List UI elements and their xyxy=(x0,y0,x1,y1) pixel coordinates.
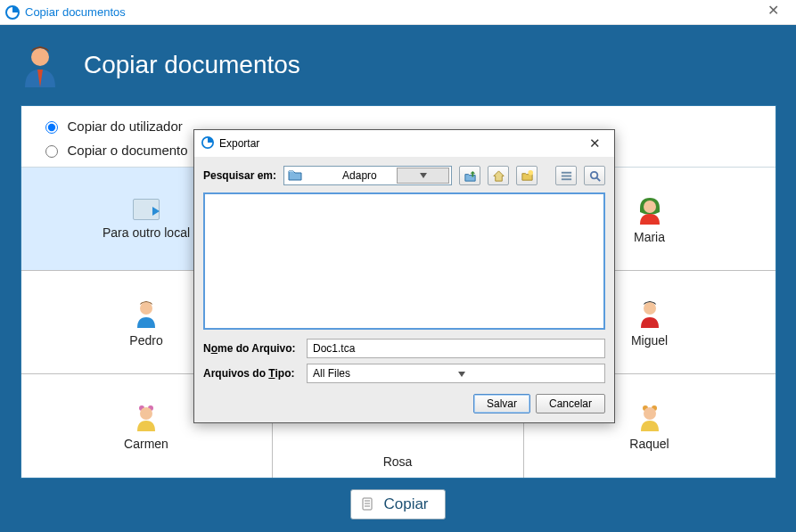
svg-rect-19 xyxy=(561,178,570,180)
svg-point-4 xyxy=(644,302,656,315)
details-view-button[interactable] xyxy=(584,166,605,185)
cell-label: Rosa xyxy=(383,454,413,469)
file-list-area[interactable] xyxy=(203,192,605,330)
up-folder-button[interactable] xyxy=(459,166,480,185)
radio-copy-document-input[interactable] xyxy=(45,145,58,158)
titlebar: Copiar documentos ✕ xyxy=(0,0,796,25)
svg-point-1 xyxy=(31,48,49,66)
app-icon xyxy=(5,5,20,20)
svg-rect-17 xyxy=(561,171,570,173)
export-folder-icon xyxy=(133,199,160,220)
dialog-app-icon xyxy=(201,136,214,151)
radio-copy-document-label: Copiar o documento xyxy=(68,143,188,158)
avatar-icon xyxy=(131,401,161,431)
svg-rect-18 xyxy=(561,175,570,176)
radio-copy-user-label: Copiar do utilizador xyxy=(68,119,183,134)
svg-point-7 xyxy=(140,407,152,420)
copy-button-label: Copiar xyxy=(383,495,428,513)
avatar-icon xyxy=(131,298,161,328)
window-close-icon[interactable]: ✕ xyxy=(755,4,791,21)
window-title: Copiar documentos xyxy=(25,5,126,19)
search-in-value: Adapro xyxy=(342,169,393,182)
cell-label: Maria xyxy=(634,230,665,244)
svg-point-2 xyxy=(644,201,656,213)
header-avatar-icon xyxy=(18,43,62,87)
export-dialog: Exportar ✕ Pesquisar em: Adapro xyxy=(193,129,615,423)
radio-copy-user-input[interactable] xyxy=(45,121,58,134)
dialog-close-icon[interactable]: ✕ xyxy=(582,135,607,151)
filetype-select[interactable]: All Files xyxy=(307,364,605,383)
svg-point-20 xyxy=(590,171,597,178)
filename-label: Nome do Arquivo: xyxy=(203,342,300,355)
copy-icon xyxy=(360,496,376,512)
chevron-down-icon[interactable] xyxy=(458,367,603,380)
page-title: Copiar documentos xyxy=(84,51,300,79)
dialog-titlebar: Exportar ✕ xyxy=(194,130,614,157)
search-in-label: Pesquisar em: xyxy=(203,169,276,182)
save-button-label: alvar xyxy=(494,397,517,410)
page-header: Copiar documentos xyxy=(18,43,778,87)
search-in-combo[interactable]: Adapro xyxy=(283,166,452,185)
avatar-icon xyxy=(635,194,665,225)
svg-point-16 xyxy=(528,169,533,175)
list-view-button[interactable] xyxy=(555,166,577,185)
cell-label: Raquel xyxy=(629,437,669,451)
avatar-icon xyxy=(635,298,665,328)
new-folder-button[interactable] xyxy=(516,166,538,185)
home-button[interactable] xyxy=(488,166,509,185)
cell-label: Carmen xyxy=(124,437,168,451)
svg-point-3 xyxy=(140,302,152,315)
cell-label: Miguel xyxy=(631,333,668,348)
save-button[interactable]: Salvar xyxy=(473,394,530,413)
filename-input[interactable] xyxy=(307,339,605,358)
folder-icon xyxy=(288,168,339,184)
avatar-icon xyxy=(635,401,665,431)
filetype-value: All Files xyxy=(313,367,458,380)
copy-button[interactable]: Copiar xyxy=(350,489,445,520)
svg-line-21 xyxy=(596,177,600,181)
dialog-title: Exportar xyxy=(219,137,259,150)
filetype-label: Arquivos do Tipo: xyxy=(203,367,300,380)
svg-point-10 xyxy=(644,407,656,420)
chevron-down-icon[interactable] xyxy=(397,168,449,184)
cell-label: Para outro local xyxy=(103,225,190,240)
cell-label: Pedro xyxy=(129,333,162,348)
cancel-button[interactable]: Cancelar xyxy=(536,394,605,413)
